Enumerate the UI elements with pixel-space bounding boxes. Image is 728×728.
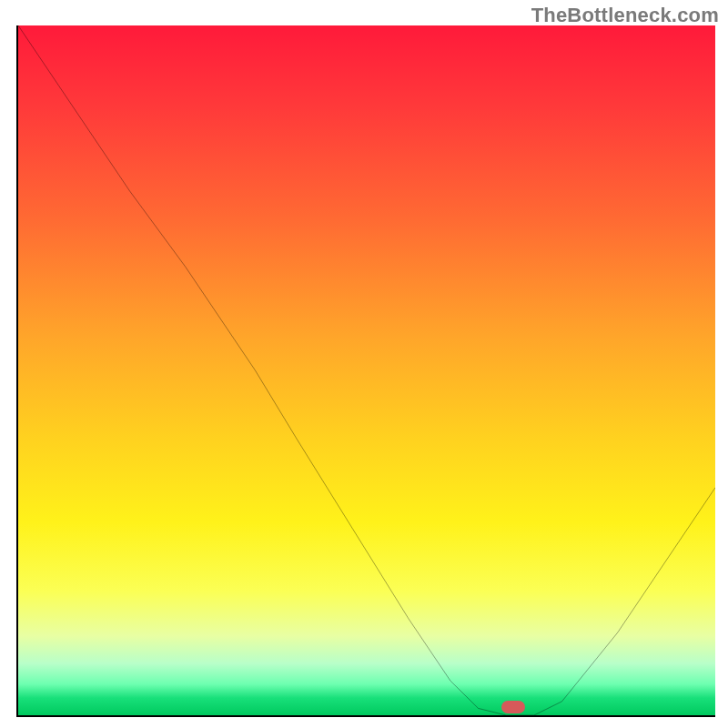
bottleneck-curve — [18, 25, 715, 715]
plot-area — [16, 25, 715, 717]
curve-path — [18, 25, 715, 715]
optimal-point-marker — [501, 701, 525, 713]
chart-frame: TheBottleneck.com — [0, 0, 728, 728]
watermark-text: TheBottleneck.com — [531, 4, 719, 27]
